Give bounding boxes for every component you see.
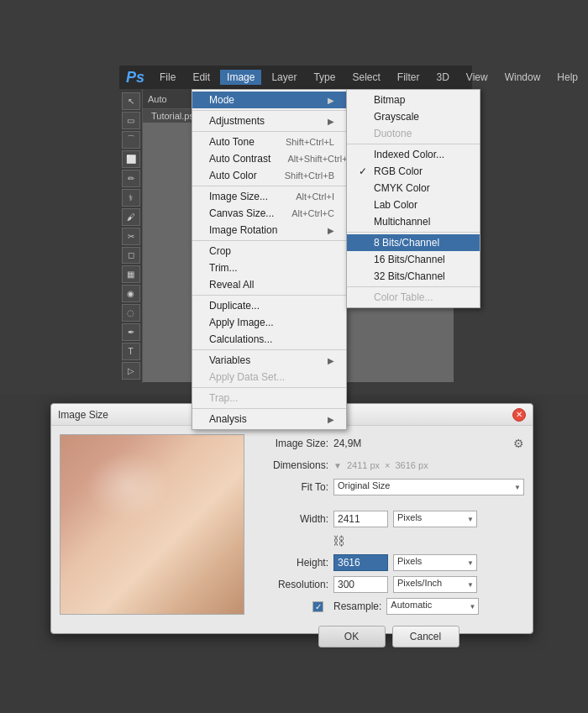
- mode-bitmap[interactable]: Bitmap: [347, 92, 480, 108]
- height-input[interactable]: [333, 554, 388, 571]
- menu-item-auto-color[interactable]: Auto Color Shift+Ctrl+B: [192, 167, 346, 184]
- menu-item-analysis-label: Analysis: [209, 413, 247, 425]
- menu-item-trim[interactable]: Trim...: [192, 260, 346, 276]
- mode-bitmap-label: Bitmap: [374, 94, 405, 106]
- width-unit-select[interactable]: Pixels: [393, 511, 477, 527]
- mode-8bit[interactable]: 8 Bits/Channel: [347, 234, 480, 251]
- menu-item-apply-data-set[interactable]: Apply Data Set...: [192, 369, 346, 385]
- mode-32bit[interactable]: 32 Bits/Channel: [347, 268, 480, 285]
- tool-brush[interactable]: 🖌: [122, 208, 140, 226]
- tool-eraser[interactable]: ◻: [122, 247, 140, 265]
- menu-item-image-size-label: Image Size...: [209, 191, 268, 202]
- ok-button[interactable]: OK: [318, 626, 386, 647]
- mode-multichannel-label: Multichannel: [374, 216, 430, 228]
- mode-rgb-label: RGB Color: [374, 165, 423, 177]
- menu-item-variables[interactable]: Variables ▶: [192, 352, 346, 369]
- mode-duotone[interactable]: Duotone: [347, 125, 480, 142]
- menu-item-canvas-size[interactable]: Canvas Size... Alt+Ctrl+C: [192, 205, 346, 222]
- menu-item-trap[interactable]: Trap...: [192, 390, 346, 406]
- menu-item-adjustments-arrow: ▶: [328, 117, 334, 126]
- mode-cmyk[interactable]: CMYK Color: [347, 180, 480, 197]
- tool-crop[interactable]: ⬜: [122, 150, 140, 168]
- chain-icon: ⛓: [333, 534, 344, 548]
- menu-help[interactable]: Help: [550, 70, 585, 85]
- tool-lasso[interactable]: ⌒: [122, 131, 140, 149]
- mode-grayscale[interactable]: Grayscale: [347, 108, 480, 125]
- menu-item-canvas-size-shortcut: Alt+Ctrl+C: [291, 208, 334, 218]
- height-unit-select[interactable]: Pixels: [393, 554, 477, 571]
- menu-item-duplicate[interactable]: Duplicate...: [192, 297, 346, 314]
- menu-item-image-rotation-arrow: ▶: [328, 226, 334, 235]
- tool-pen[interactable]: ✒: [122, 323, 140, 341]
- width-label: Width:: [253, 513, 328, 525]
- tool-clone[interactable]: ✂: [122, 228, 140, 245]
- tool-path-select[interactable]: ▷: [122, 362, 140, 380]
- menu-file[interactable]: File: [153, 70, 182, 85]
- mode-indexed[interactable]: Indexed Color...: [347, 146, 480, 163]
- tool-dodge[interactable]: ◌: [122, 304, 140, 322]
- width-input[interactable]: [333, 511, 388, 527]
- menu-select[interactable]: Select: [345, 70, 386, 85]
- mode-32bit-check: [359, 270, 369, 282]
- tool-blur[interactable]: ◉: [122, 285, 140, 302]
- cancel-button[interactable]: Cancel: [392, 626, 459, 647]
- resolution-input[interactable]: [333, 576, 388, 593]
- menu-item-image-rotation[interactable]: Image Rotation ▶: [192, 222, 346, 239]
- menu-item-trim-label: Trim...: [209, 262, 238, 274]
- dialog-close-button[interactable]: ✕: [512, 408, 526, 422]
- menu-window[interactable]: Window: [498, 70, 548, 85]
- tool-eyedropper[interactable]: ✏: [122, 170, 140, 187]
- mode-rgb[interactable]: ✓ RGB Color: [347, 163, 480, 180]
- menu-item-reveal-all[interactable]: Reveal All: [192, 276, 346, 293]
- menu-item-crop[interactable]: Crop: [192, 243, 346, 260]
- menu-edit[interactable]: Edit: [186, 70, 217, 85]
- menu-item-calculations-label: Calculations...: [209, 333, 272, 345]
- tool-gradient[interactable]: ▦: [122, 265, 140, 283]
- menu-section-image-size: Image Size... Alt+Ctrl+I Canvas Size... …: [192, 186, 346, 241]
- mode-lab[interactable]: Lab Color: [347, 197, 480, 213]
- menu-item-mode[interactable]: Mode ▶: [192, 92, 346, 108]
- resample-select[interactable]: Automatic: [386, 598, 479, 615]
- menu-item-auto-color-shortcut: Shift+Ctrl+B: [285, 170, 334, 181]
- tool-select-rect[interactable]: ▭: [122, 112, 140, 129]
- menu-layer[interactable]: Layer: [265, 70, 303, 85]
- dimensions-arrow[interactable]: ▼: [333, 461, 342, 470]
- menu-item-auto-tone[interactable]: Auto Tone Shift+Ctrl+L: [192, 134, 346, 150]
- menu-view[interactable]: View: [459, 70, 495, 85]
- menu-image[interactable]: Image: [220, 70, 261, 85]
- mode-color-table[interactable]: Color Table...: [347, 289, 480, 306]
- fit-to-select[interactable]: Original Size: [333, 479, 524, 495]
- mode-grayscale-label: Grayscale: [374, 111, 419, 123]
- resolution-unit-select[interactable]: Pixels/Inch: [393, 576, 477, 593]
- resolution-label: Resolution:: [253, 579, 328, 590]
- mode-16bit-label: 16 Bits/Channel: [374, 254, 445, 265]
- tool-healing[interactable]: ⚕: [122, 189, 140, 207]
- fit-to-row: Fit To: Original Size: [253, 478, 524, 496]
- mode-lab-label: Lab Color: [374, 199, 417, 211]
- menu-item-adjustments[interactable]: Adjustments ▶: [192, 113, 346, 129]
- resample-checkbox[interactable]: ✓: [312, 601, 323, 612]
- mode-duotone-label: Duotone: [374, 128, 412, 139]
- menu-item-auto-contrast[interactable]: Auto Contrast Alt+Shift+Ctrl+L: [192, 150, 346, 167]
- menu-3d[interactable]: 3D: [430, 70, 456, 85]
- mode-multichannel[interactable]: Multichannel: [347, 213, 480, 230]
- tool-text[interactable]: T: [122, 343, 140, 360]
- menu-type[interactable]: Type: [307, 70, 342, 85]
- gear-icon[interactable]: ⚙: [513, 437, 524, 450]
- image-size-value: 24,9M: [333, 438, 361, 449]
- menu-item-calculations[interactable]: Calculations...: [192, 331, 346, 348]
- menu-item-reveal-all-label: Reveal All: [209, 279, 254, 291]
- dim-width-value: 2411 px: [347, 460, 380, 470]
- menu-item-analysis[interactable]: Analysis ▶: [192, 411, 346, 427]
- menu-filter[interactable]: Filter: [391, 70, 427, 85]
- mode-section-color-table: Color Table...: [347, 287, 480, 307]
- menu-item-image-size[interactable]: Image Size... Alt+Ctrl+I: [192, 188, 346, 205]
- ps-logo: Ps: [126, 69, 144, 87]
- resample-row: ✓ Resample: Automatic: [253, 597, 524, 616]
- menu-item-apply-image[interactable]: Apply Image...: [192, 314, 346, 331]
- tool-move[interactable]: ↖: [122, 92, 140, 110]
- mode-16bit[interactable]: 16 Bits/Channel: [347, 251, 480, 268]
- menu-section-mode: Mode ▶: [192, 90, 346, 111]
- menu-item-auto-tone-label: Auto Tone: [209, 136, 255, 148]
- image-menu-dropdown: Mode ▶ Adjustments ▶ Auto Tone Shift+Ctr…: [192, 89, 347, 430]
